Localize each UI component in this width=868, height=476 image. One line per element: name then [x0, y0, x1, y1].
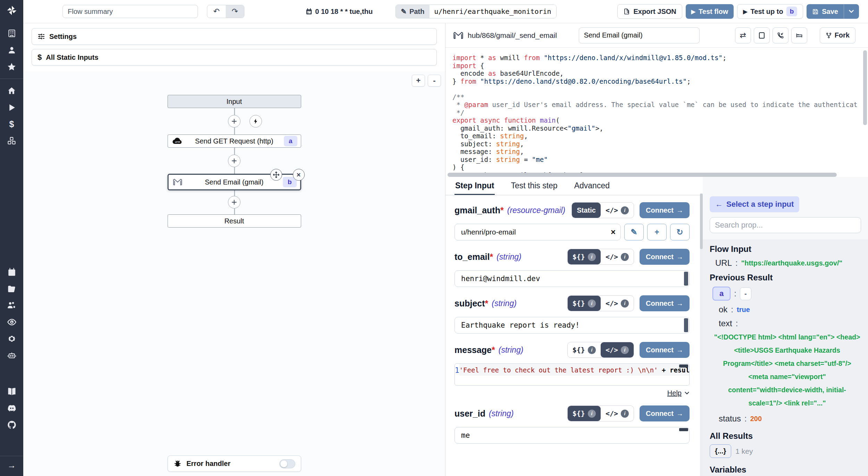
audit-eye-icon[interactable] [7, 317, 17, 327]
docs-book-icon[interactable] [7, 386, 17, 397]
prop-text-row[interactable]: text: [710, 319, 861, 328]
mode-code-button[interactable]: </>i [601, 249, 634, 264]
refresh-resource-button[interactable]: ↻ [670, 224, 690, 240]
subject-input[interactable] [455, 317, 689, 333]
all-static-inputs-button[interactable]: $ All Static Inputs [32, 49, 437, 66]
flow-canvas[interactable]: + - Input [23, 71, 445, 476]
resources-cubes-icon[interactable] [7, 136, 17, 146]
box-button[interactable] [754, 27, 770, 43]
prop-status-row[interactable]: status: 200 [710, 414, 861, 424]
connect-button[interactable]: Connect→ [640, 295, 690, 311]
variables-dollar-icon[interactable]: $ [7, 119, 17, 129]
bed-button[interactable] [791, 27, 807, 43]
code-vertical-scrollbar[interactable] [863, 50, 867, 125]
move-step-handle[interactable] [270, 169, 282, 181]
tab-advanced[interactable]: Advanced [574, 177, 610, 195]
error-handler-toggle[interactable] [279, 459, 295, 468]
export-json-button[interactable]: Export JSON [617, 4, 682, 19]
clear-icon[interactable]: × [611, 227, 616, 237]
mode-code-button[interactable]: </>i [601, 203, 634, 218]
prop-ok-row[interactable]: ok: true [710, 305, 861, 314]
connect-button[interactable]: Connect→ [640, 249, 690, 265]
undo-button[interactable]: ↶ [207, 5, 226, 18]
fork-button[interactable]: Fork [820, 27, 856, 43]
mode-template-button[interactable]: ${}i [568, 406, 601, 421]
zoom-in-button[interactable]: + [412, 75, 425, 87]
redo-button[interactable]: ↷ [226, 5, 244, 18]
input-scrollbar[interactable] [684, 272, 688, 286]
trigger-bolt-button[interactable] [250, 115, 262, 128]
mode-code-button[interactable]: </>i [601, 342, 634, 358]
select-step-input-button[interactable]: ← Select a step input [710, 196, 799, 212]
edit-resource-button[interactable]: ✎ [624, 224, 644, 240]
path-chip[interactable]: ✎ Path u/henri/earthquake_monitorin [395, 5, 556, 18]
schedules-calendar-icon[interactable] [7, 267, 17, 277]
step-column-scrollbar[interactable] [700, 194, 703, 476]
all-results-object-button[interactable]: {...} [710, 444, 731, 458]
connect-button[interactable]: Connect→ [640, 342, 690, 358]
mode-template-button[interactable]: ${}i [568, 249, 601, 264]
user-icon[interactable] [7, 45, 17, 55]
phone-incoming-button[interactable] [773, 27, 788, 43]
connect-button[interactable]: Connect→ [640, 405, 690, 421]
close-icon: × [297, 171, 301, 179]
add-step-button[interactable] [228, 196, 241, 208]
path-label: ✎ Path [396, 5, 429, 18]
home-icon[interactable] [7, 85, 17, 96]
flow-node-b-selected[interactable]: Send Email (gmail) b × [167, 174, 301, 190]
mode-template-button[interactable]: ${}i [568, 296, 601, 311]
flow-node-a[interactable]: HTTP Send GET Request (http) a [167, 134, 301, 148]
connect-button[interactable]: Connect→ [640, 202, 690, 218]
mode-code-button[interactable]: </>i [601, 296, 634, 311]
collapse-button[interactable]: - [740, 287, 751, 300]
test-up-to-button[interactable]: ▶ Test up to b [737, 4, 803, 19]
tab-test-this-step[interactable]: Test this step [510, 177, 558, 195]
github-icon[interactable] [7, 420, 17, 430]
mode-template-button[interactable]: ${}i [568, 342, 601, 358]
flow-node-result[interactable]: Result [167, 214, 301, 228]
add-step-button[interactable] [228, 115, 241, 128]
save-dropdown-button[interactable] [844, 4, 859, 19]
error-handler-box[interactable]: Error handler [167, 456, 301, 472]
message-code-editor[interactable]: 1 'Feel free to check out the latest rep… [454, 363, 690, 386]
test-flow-button[interactable]: ▶ Test flow [686, 4, 734, 19]
input-scrollbar[interactable] [684, 318, 688, 332]
code-editor[interactable]: import * as wmill from "https://deno.lan… [445, 48, 868, 173]
prop-url-row[interactable]: URL: "https://earthquake.usgs.gov/" [710, 258, 861, 268]
flow-node-input[interactable]: Input [167, 95, 301, 108]
add-step-button[interactable] [228, 155, 241, 167]
step-summary-input[interactable] [579, 27, 700, 43]
prop-text-value[interactable]: "<!DOCTYPE html> <html lang="en"> <head>… [713, 330, 861, 410]
groups-gear-icon[interactable] [7, 300, 17, 311]
resource-input[interactable]: u/henri/pro-email × [454, 224, 621, 240]
code-line: gmail_auth: wmill.Resource<"gmail">, [452, 124, 868, 132]
user-id-input[interactable] [455, 427, 689, 443]
zoom-out-button[interactable]: - [428, 75, 441, 87]
schedule-display[interactable]: 0 10 18 * * tue,thu [306, 8, 373, 16]
sync-script-button[interactable]: ⇄ [735, 27, 751, 43]
robot-icon[interactable] [7, 350, 17, 361]
runs-play-icon[interactable] [7, 102, 17, 113]
info-icon: i [621, 410, 629, 418]
to-email-input[interactable] [455, 271, 689, 287]
save-button[interactable]: Save [807, 4, 844, 19]
code-horizontal-scrollbar[interactable] [448, 173, 837, 177]
discord-icon[interactable] [7, 403, 17, 413]
sliders-icon [37, 33, 45, 40]
result-a-badge[interactable]: a [712, 287, 731, 301]
favorites-star-icon[interactable] [7, 61, 17, 72]
tab-step-input[interactable]: Step Input [454, 177, 495, 195]
collapse-arrow-icon[interactable]: → [7, 461, 16, 470]
search-prop-input[interactable] [710, 217, 861, 233]
flow-settings-button[interactable]: Settings [32, 28, 437, 45]
delete-step-button[interactable]: × [293, 169, 304, 181]
mode-code-button[interactable]: </>i [601, 406, 634, 421]
flow-summary-input[interactable] [62, 5, 198, 18]
add-resource-button[interactable]: + [647, 224, 667, 240]
settings-gear-icon[interactable] [7, 334, 17, 344]
help-link[interactable]: Help [667, 389, 682, 397]
mode-static-button[interactable]: Static [572, 203, 600, 218]
windmill-logo-icon[interactable] [6, 5, 17, 16]
workspace-icon[interactable] [7, 28, 17, 39]
folders-icon[interactable] [7, 284, 17, 294]
